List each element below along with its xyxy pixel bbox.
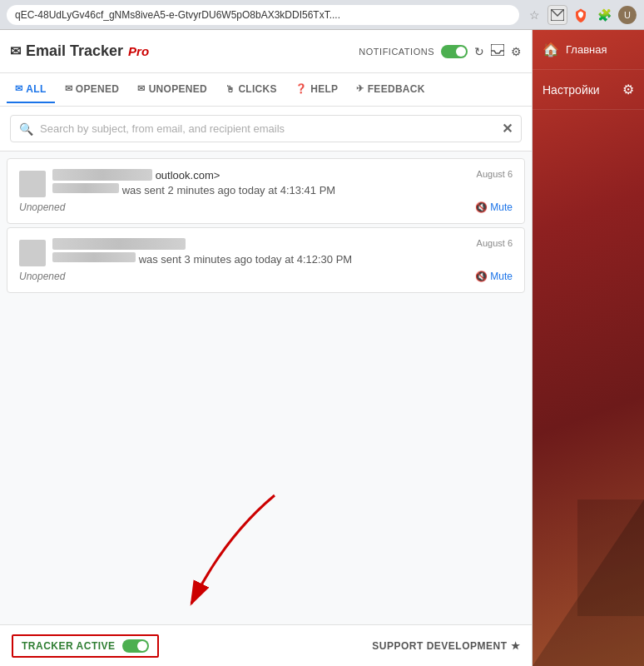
star-icon[interactable]: ☆ <box>524 5 544 25</box>
address-bar[interactable]: qEC-48UdLyGv46cf_gNMs8iveA5-e-GtvyrDU6W5… <box>7 5 519 25</box>
address-text: qEC-48UdLyGv46cf_gNMs8iveA5-e-GtvyrDU6W5… <box>15 9 340 21</box>
email-item-header: was sent 3 minutes ago today at 4:12:30 … <box>19 238 513 267</box>
notifications-label: NOTIFICATIONS <box>359 47 434 57</box>
clear-search-button[interactable]: ✕ <box>502 121 513 137</box>
notifications-toggle[interactable] <box>441 45 468 58</box>
main-layout: ✉ Email Tracker Pro NOTIFICATIONS ↻ ⚙ ✉ … <box>0 30 644 666</box>
mute-label: Mute <box>490 271 513 282</box>
email-to <box>52 238 352 251</box>
tab-feedback[interactable]: ✈ FEEDBACK <box>348 77 433 103</box>
mute-button[interactable]: 🔇 Mute <box>475 201 513 213</box>
status-badge: Unopened <box>19 201 65 213</box>
search-input[interactable] <box>40 122 495 135</box>
tab-help[interactable]: ❓ HELP <box>287 77 347 103</box>
email-list: outlook.com> was sent 2 minutes ago toda… <box>0 152 532 624</box>
ext-title: ✉ Email Tracker Pro <box>10 42 149 60</box>
tab-all-label: ALL <box>26 83 46 95</box>
tab-all-icon: ✉ <box>15 83 22 94</box>
email-ext-icon[interactable] <box>547 5 567 25</box>
puzzle-icon[interactable]: 🧩 <box>594 5 614 25</box>
tab-unopened-label: UNOPENED <box>149 83 207 95</box>
sidebar-item-home[interactable]: 🏠 Главная <box>533 30 644 70</box>
status-badge: Unopened <box>19 271 65 282</box>
settings-gear-icon[interactable]: ⚙ <box>622 82 634 97</box>
speaker-icon: 🔇 <box>475 201 488 213</box>
pro-badge: Pro <box>128 44 149 58</box>
tab-clicks-label: CLICKS <box>238 83 276 95</box>
tab-opened[interactable]: ✉ OPENED <box>57 77 128 103</box>
tab-unopened[interactable]: ✉ UNOPENED <box>129 77 215 103</box>
ext-mail-icon: ✉ <box>10 43 21 59</box>
email-item-header: outlook.com> was sent 2 minutes ago toda… <box>19 169 513 198</box>
email-to: outlook.com> <box>52 169 335 181</box>
brave-icon[interactable] <box>571 5 591 25</box>
support-label: SUPPORT DEVELOPMENT <box>372 640 507 652</box>
email-info: was sent 3 minutes ago today at 4:12:30 … <box>52 238 352 267</box>
sidebar-item-settings[interactable]: Настройки ⚙ <box>533 70 644 110</box>
tab-feedback-icon: ✈ <box>356 83 364 94</box>
right-panel: 🏠 Главная Настройки ⚙ <box>533 30 644 666</box>
email-info: outlook.com> was sent 2 minutes ago toda… <box>52 169 335 198</box>
browser-chrome: qEC-48UdLyGv46cf_gNMs8iveA5-e-GtvyrDU6W5… <box>0 0 644 30</box>
tab-opened-label: OPENED <box>76 83 119 95</box>
tracker-active-section: TRACKER ACTIVE <box>12 634 159 658</box>
nav-tabs: ✉ ALL ✉ OPENED ✉ UNOPENED 🖱 CLICKS ❓ HEL… <box>0 73 532 107</box>
tracker-toggle[interactable] <box>122 639 149 653</box>
tab-help-icon: ❓ <box>295 83 307 94</box>
tab-unopened-icon: ✉ <box>137 83 145 94</box>
email-sender: outlook.com> was sent 2 minutes ago toda… <box>19 169 335 198</box>
support-development-button[interactable]: SUPPORT DEVELOPMENT ★ <box>372 640 520 652</box>
refresh-icon[interactable]: ↻ <box>474 45 484 58</box>
star-support-icon: ★ <box>511 640 521 652</box>
svg-rect-1 <box>491 44 504 56</box>
email-body-text: was sent 3 minutes ago today at 4:12:30 … <box>139 253 353 266</box>
avatar-icon[interactable]: U <box>617 5 637 25</box>
avatar <box>19 171 46 197</box>
settings-label: Настройки <box>542 83 616 97</box>
tab-clicks[interactable]: 🖱 CLICKS <box>217 77 285 103</box>
inbox-icon[interactable] <box>491 44 504 58</box>
email-body-text: was sent 2 minutes ago today at 4:13:41 … <box>122 184 336 196</box>
tab-clicks-icon: 🖱 <box>225 84 235 94</box>
email-date: August 6 <box>477 238 513 248</box>
settings-icon[interactable]: ⚙ <box>511 45 522 58</box>
email-body: was sent 3 minutes ago today at 4:12:30 … <box>52 252 352 267</box>
bottom-bar: TRACKER ACTIVE SUPPORT DEVELOPMENT ★ <box>0 624 532 666</box>
notifications-area: NOTIFICATIONS ↻ ⚙ <box>359 44 522 58</box>
tab-opened-icon: ✉ <box>65 83 72 94</box>
email-date: August 6 <box>477 169 513 179</box>
bg-decoration-2 <box>577 500 644 616</box>
tab-help-label: HELP <box>310 83 338 95</box>
email-body: was sent 2 minutes ago today at 4:13:41 … <box>52 183 335 198</box>
ext-title-text: Email Tracker <box>26 42 123 60</box>
mute-button[interactable]: 🔇 Mute <box>475 271 513 282</box>
browser-icon-group: ☆ 🧩 U <box>524 5 637 25</box>
home-label: Главная <box>566 43 607 56</box>
email-status-row: Unopened 🔇 Mute <box>19 201 513 213</box>
email-to-text: outlook.com> <box>156 169 220 181</box>
search-area: 🔍 ✕ <box>0 107 532 152</box>
email-sender: was sent 3 minutes ago today at 4:12:30 … <box>19 238 352 267</box>
search-icon: 🔍 <box>19 122 33 136</box>
ext-header: ✉ Email Tracker Pro NOTIFICATIONS ↻ ⚙ <box>0 30 532 73</box>
extension-popup: ✉ Email Tracker Pro NOTIFICATIONS ↻ ⚙ ✉ … <box>0 30 533 666</box>
avatar <box>19 240 46 266</box>
email-item[interactable]: was sent 3 minutes ago today at 4:12:30 … <box>7 227 525 293</box>
email-item[interactable]: outlook.com> was sent 2 minutes ago toda… <box>7 158 525 224</box>
mute-label: Mute <box>490 201 513 213</box>
tracker-active-label: TRACKER ACTIVE <box>22 640 116 652</box>
search-box: 🔍 ✕ <box>10 115 522 142</box>
tab-all[interactable]: ✉ ALL <box>7 77 55 103</box>
tab-feedback-label: FEEDBACK <box>368 83 425 95</box>
email-status-row: Unopened 🔇 Mute <box>19 271 513 282</box>
speaker-icon: 🔇 <box>475 271 488 282</box>
home-icon: 🏠 <box>542 42 559 57</box>
